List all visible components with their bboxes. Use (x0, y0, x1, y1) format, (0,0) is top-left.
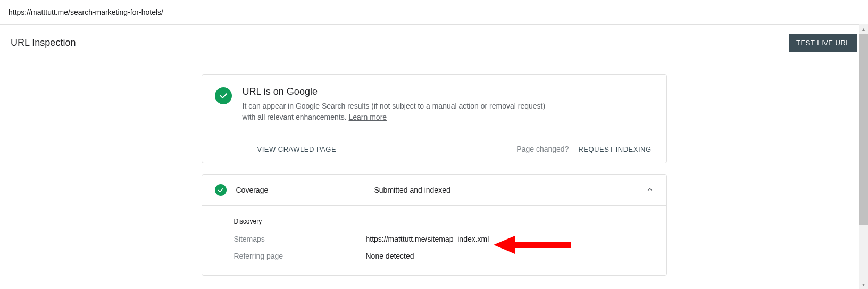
status-description: It can appear in Google Search results (… (243, 101, 551, 123)
detail-value: https://matttutt.me/sitemap_index.xml (366, 235, 489, 243)
scrollbar-thumb[interactable] (859, 34, 868, 225)
status-card-actions: VIEW CRAWLED PAGE Page changed? REQUEST … (202, 135, 666, 163)
chevron-up-icon (646, 185, 654, 196)
coverage-body: Discovery Sitemaps https://matttutt.me/s… (202, 206, 666, 275)
coverage-card: Coverage Submitted and indexed Discovery… (202, 174, 667, 276)
right-actions: Page changed? REQUEST INDEXING (516, 145, 651, 153)
detail-label: Sitemaps (234, 235, 366, 243)
detail-label: Referring page (234, 252, 366, 260)
checkmark-icon (215, 184, 227, 196)
content-area: URL is on Google It can appear in Google… (0, 61, 868, 288)
status-title: URL is on Google (243, 86, 652, 97)
coverage-status: Submitted and indexed (374, 186, 646, 194)
request-indexing-button[interactable]: REQUEST INDEXING (578, 145, 651, 153)
status-card-header: URL is on Google It can appear in Google… (202, 75, 666, 135)
vertical-scrollbar[interactable]: ▴ ▾ (859, 24, 868, 289)
detail-value: None detected (366, 252, 414, 260)
status-text-block: URL is on Google It can appear in Google… (243, 86, 652, 123)
learn-more-link[interactable]: Learn more (349, 113, 387, 121)
scroll-up-arrow-icon[interactable]: ▴ (859, 24, 868, 34)
page-changed-label: Page changed? (516, 145, 569, 153)
checkmark-icon (215, 87, 232, 104)
test-live-url-button[interactable]: TEST LIVE URL (789, 34, 857, 52)
status-card: URL is on Google It can appear in Google… (202, 74, 667, 163)
detail-row-sitemaps: Sitemaps https://matttutt.me/sitemap_ind… (234, 235, 654, 243)
scroll-down-arrow-icon[interactable]: ▾ (859, 280, 868, 289)
url-input-bar[interactable]: https://matttutt.me/search-marketing-for… (0, 0, 868, 24)
url-input-value: https://matttutt.me/search-marketing-for… (9, 8, 163, 16)
discovery-section-title: Discovery (234, 218, 654, 225)
coverage-header[interactable]: Coverage Submitted and indexed (202, 175, 666, 206)
detail-row-referring-page: Referring page None detected (234, 252, 654, 260)
page-header: URL Inspection TEST LIVE URL (0, 24, 868, 61)
coverage-label: Coverage (236, 186, 374, 194)
view-crawled-page-button[interactable]: VIEW CRAWLED PAGE (257, 145, 337, 153)
page-title: URL Inspection (11, 37, 76, 48)
